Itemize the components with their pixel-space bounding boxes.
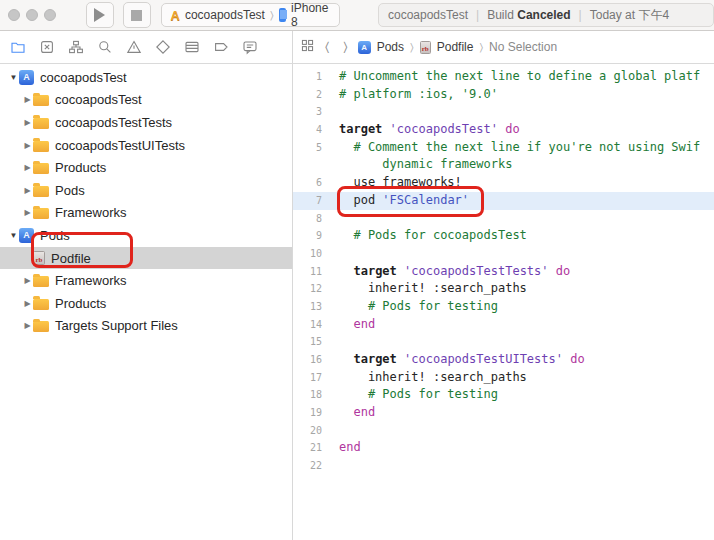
line-number: 20: [293, 422, 329, 440]
sidebar-item-products[interactable]: ▶Products: [0, 292, 292, 315]
related-items-icon[interactable]: [300, 38, 315, 56]
breadcrumb-no-selection[interactable]: No Selection: [489, 40, 557, 54]
scheme-chevron-icon: 〉: [270, 9, 274, 22]
sidebar-item-cocoapodstesttests[interactable]: ▶cocoapodsTestTests: [0, 111, 292, 134]
code-text[interactable]: target 'cocoapodsTest' do: [329, 121, 714, 139]
code-line-15: 15: [293, 333, 714, 351]
sidebar-item-frameworks[interactable]: ▶Frameworks: [0, 202, 292, 225]
disclosure-triangle-icon[interactable]: ▶: [22, 163, 33, 172]
breadcrumb-podfile[interactable]: Podfile: [437, 40, 474, 54]
sidebar-item-pods[interactable]: ▶Pods: [0, 179, 292, 202]
run-button[interactable]: [86, 2, 114, 28]
code-text[interactable]: target 'cocoapodsTestTests' do: [329, 263, 714, 281]
sidebar-item-cocoapodstestuitests[interactable]: ▶cocoapodsTestUITests: [0, 134, 292, 157]
disclosure-triangle-icon[interactable]: ▶: [22, 186, 33, 195]
sidebar-item-cocoapodstest[interactable]: ▼AcocoapodsTest: [0, 66, 292, 89]
disclosure-triangle-icon[interactable]: ▶: [22, 141, 33, 150]
debug-icon[interactable]: [183, 39, 200, 56]
stop-icon: [131, 10, 142, 21]
project-file-icon: A: [358, 41, 371, 54]
code-text[interactable]: inherit! :search_paths: [329, 280, 714, 298]
folder-icon: [33, 321, 49, 332]
line-number: 6: [293, 174, 329, 192]
forward-button[interactable]: 〉: [339, 39, 351, 55]
disclosure-triangle-icon[interactable]: ▼: [8, 73, 19, 82]
code-token: # Uncomment the next line to define a gl…: [339, 69, 700, 83]
sidebar-item-frameworks[interactable]: ▶Frameworks: [0, 269, 292, 292]
line-number: 2: [293, 86, 329, 104]
code-text[interactable]: [329, 457, 714, 475]
sidebar-item-label: Products: [55, 296, 106, 311]
tests-icon[interactable]: [154, 39, 171, 56]
code-text[interactable]: # Pods for testing: [329, 298, 714, 316]
code-text[interactable]: # Pods for cocoapodsTest: [329, 227, 714, 245]
folder-icon: [33, 141, 49, 152]
code-token: inherit! :search_paths: [339, 281, 527, 295]
code-text[interactable]: use_frameworks!: [329, 174, 714, 192]
code-text[interactable]: [329, 245, 714, 263]
back-button[interactable]: 〈: [321, 39, 333, 55]
sidebar-item-cocoapodstest[interactable]: ▶cocoapodsTest: [0, 89, 292, 112]
folder-icon: [33, 118, 49, 129]
line-number: 22: [293, 457, 329, 475]
code-text[interactable]: [329, 210, 714, 228]
issues-icon[interactable]: [125, 39, 142, 56]
code-text[interactable]: [329, 103, 714, 121]
stop-button[interactable]: [123, 2, 151, 28]
sidebar-item-label: Frameworks: [55, 273, 127, 288]
sidebar-item-pods[interactable]: ▼APods: [0, 224, 292, 247]
disclosure-triangle-icon[interactable]: ▶: [22, 95, 33, 104]
code-line-12: 12 inherit! :search_paths: [293, 280, 714, 298]
reports-icon[interactable]: [241, 39, 258, 56]
disclosure-triangle-icon[interactable]: ▶: [22, 208, 33, 217]
code-text[interactable]: # platform :ios, '9.0': [329, 86, 714, 104]
project-navigator-icon[interactable]: [9, 39, 26, 56]
window-toolbar: A cocoapodsTest 〉 iPhone 8 cocoapodsTest…: [0, 0, 714, 31]
code-text[interactable]: # Comment the next line if you're not us…: [329, 139, 714, 157]
scheme-selector[interactable]: A cocoapodsTest 〉 iPhone 8: [161, 3, 341, 27]
sidebar-item-label: Pods: [55, 183, 85, 198]
code-text[interactable]: # Pods for testing: [329, 386, 714, 404]
activity-status: cocoapodsTest | Build Canceled | Today a…: [378, 3, 714, 27]
sidebar-item-targets-support-files[interactable]: ▶Targets Support Files: [0, 315, 292, 338]
line-number: 13: [293, 298, 329, 316]
source-control-icon[interactable]: [38, 39, 55, 56]
code-text[interactable]: inherit! :search_paths: [329, 369, 714, 387]
folder-icon: [33, 276, 49, 287]
close-button[interactable]: [8, 9, 20, 21]
code-text[interactable]: target 'cocoapodsTestUITests' do: [329, 351, 714, 369]
breakpoints-icon[interactable]: [212, 39, 229, 56]
code-text[interactable]: end: [329, 439, 714, 457]
line-number: 12: [293, 280, 329, 298]
code-text[interactable]: # Uncomment the next line to define a gl…: [329, 68, 714, 86]
sidebar-item-products[interactable]: ▶Products: [0, 156, 292, 179]
breadcrumb-pods[interactable]: Pods: [377, 40, 404, 54]
disclosure-triangle-icon[interactable]: ▶: [22, 299, 33, 308]
code-token: # Pods for testing: [339, 299, 498, 313]
code-line-7: 7 pod 'FSCalendar': [293, 192, 714, 210]
code-text[interactable]: dynamic frameworks: [329, 156, 714, 174]
sidebar-item-label: Frameworks: [55, 205, 127, 220]
code-text[interactable]: end: [329, 316, 714, 334]
sidebar-item-podfile[interactable]: rbPodfile: [0, 247, 292, 270]
code-text[interactable]: [329, 333, 714, 351]
line-number: 3: [293, 103, 329, 121]
chevron-right-icon: 〉: [479, 41, 483, 54]
code-token: do: [556, 264, 570, 278]
find-icon[interactable]: [96, 39, 113, 56]
code-text[interactable]: pod 'FSCalendar': [329, 192, 714, 210]
code-text[interactable]: [329, 422, 714, 440]
ruby-file-icon: rb: [420, 41, 431, 54]
disclosure-triangle-icon[interactable]: ▶: [22, 276, 33, 285]
disclosure-triangle-icon[interactable]: ▶: [22, 321, 33, 330]
minimize-button[interactable]: [26, 9, 38, 21]
code-text[interactable]: end: [329, 404, 714, 422]
zoom-button[interactable]: [44, 9, 56, 21]
sidebar-item-label: Targets Support Files: [55, 318, 178, 333]
symbol-navigator-icon[interactable]: [67, 39, 84, 56]
code-line-14: 14 end: [293, 316, 714, 334]
sidebar-item-label: cocoapodsTest: [55, 92, 142, 107]
disclosure-triangle-icon[interactable]: ▶: [22, 118, 33, 127]
code-token: 'cocoapodsTestUITests': [404, 352, 563, 366]
disclosure-triangle-icon[interactable]: ▼: [8, 231, 19, 240]
